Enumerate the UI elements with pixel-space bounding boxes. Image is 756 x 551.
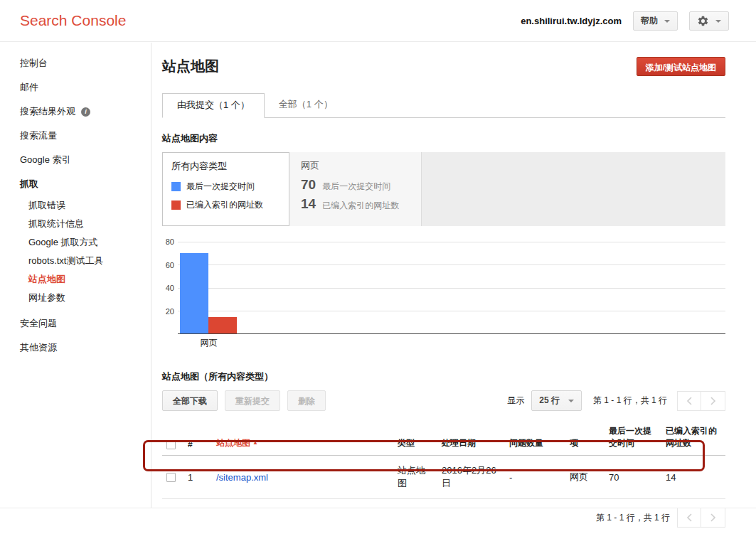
prev-page-button[interactable]	[677, 508, 701, 528]
stats-category: 网页	[301, 159, 410, 172]
gridline	[178, 311, 725, 311]
show-label: 显示	[507, 395, 524, 407]
sidebar-item-crawl[interactable]: 抓取	[0, 172, 151, 196]
search-console-page: Search Console en.shilirui.tw.ldyjz.com …	[0, 0, 756, 551]
search-console-logo[interactable]: Search Console	[20, 12, 126, 29]
tabs: 由我提交（1 个） 全部（1 个）	[162, 93, 725, 118]
delete-button[interactable]: 删除	[287, 390, 326, 411]
chevron-left-icon	[686, 397, 692, 405]
stat-row-submitted: 70 最后一次提交时间	[301, 177, 410, 193]
legend-title: 所有内容类型	[171, 160, 280, 173]
y-tick: 40	[166, 284, 174, 292]
sidebar-item-fetch-as-google[interactable]: Google 抓取方式	[0, 233, 151, 252]
tab-all[interactable]: 全部（1 个）	[265, 93, 347, 117]
gear-icon	[697, 15, 709, 27]
row-indexed: 14	[661, 456, 725, 499]
chevron-right-icon	[710, 397, 716, 405]
property-domain: en.shilirui.tw.ldyjz.com	[521, 16, 622, 26]
sitemap-bar-chart: 80 60 40 20 网页	[162, 242, 725, 349]
y-axis: 80 60 40 20	[162, 242, 178, 334]
info-icon[interactable]: i	[81, 107, 90, 117]
sidebar-item-robots-tester[interactable]: robots.txt测试工具	[0, 252, 151, 270]
blue-swatch-icon	[171, 182, 181, 191]
page-size-value: 25 行	[539, 395, 560, 407]
page-title: 站点地图	[162, 57, 219, 76]
row-processed-date: 2016年2月26日	[437, 456, 505, 499]
sidebar-item-dashboard[interactable]: 控制台	[0, 51, 151, 75]
x-axis-category-label: 网页	[180, 337, 238, 349]
sidebar-item-google-index[interactable]: Google 索引	[0, 148, 151, 172]
column-header-indexed: 已编入索引的网址数	[666, 426, 717, 448]
next-page-button[interactable]	[701, 391, 725, 411]
stat-value: 70	[301, 177, 316, 193]
row-type: 站点地图	[393, 456, 437, 499]
column-header-last-submitted: 最后一次提交时间	[609, 426, 651, 448]
tab-submitted-by-me[interactable]: 由我提交（1 个）	[162, 93, 265, 118]
sidebar-item-search-traffic[interactable]: 搜索流量	[0, 124, 151, 148]
chevron-down-icon	[664, 20, 670, 23]
column-header-type: 类型	[398, 438, 415, 448]
chart-plot-area	[178, 242, 725, 334]
legend-item-submitted: 最后一次提交时间	[171, 181, 280, 193]
table-header-row: # 站点地图▲ 类型 处理日期 问题数量 项 最后一次提交时间 已编入索引的网址…	[162, 421, 725, 456]
gridline	[178, 288, 725, 289]
row-issues: -	[505, 456, 565, 499]
stats-box: 网页 70 最后一次提交时间 14 已编入索引的网址数	[289, 152, 725, 226]
footer-divider	[0, 508, 756, 508]
sidebar-item-messages[interactable]: 邮件	[0, 75, 151, 100]
table-row[interactable]: 1 /sitemap.xml 站点地图 2016年2月26日 - 网页 70 1…	[162, 456, 725, 499]
column-header-number: #	[188, 439, 193, 449]
sidebar-item-sitemaps[interactable]: 站点地图	[0, 270, 151, 289]
y-tick: 20	[166, 307, 174, 316]
pagination	[677, 391, 725, 411]
resubmit-button[interactable]: 重新提交	[225, 390, 280, 411]
stat-label: 最后一次提交时间	[322, 181, 390, 193]
settings-button[interactable]	[689, 11, 729, 31]
column-header-sitemap[interactable]: 站点地图▲	[212, 421, 393, 456]
sidebar-item-security-issues[interactable]: 安全问题	[0, 311, 151, 336]
sort-ascending-icon: ▲	[252, 439, 258, 446]
select-all-checkbox[interactable]	[166, 440, 176, 449]
download-all-button[interactable]: 全部下载	[162, 390, 218, 411]
sitemap-link[interactable]: /sitemap.xml	[216, 472, 268, 483]
legend-item-indexed: 已编入索引的网址数	[171, 199, 280, 211]
column-header-issues: 问题数量	[509, 438, 543, 448]
page-size-select[interactable]: 25 行	[531, 390, 582, 411]
sidebar-item-label: 搜索结果外观	[20, 106, 75, 117]
legend-item-label: 已编入索引的网址数	[186, 199, 263, 211]
add-test-sitemap-button[interactable]: 添加/测试站点地图	[637, 57, 725, 76]
chart-bar-0	[180, 253, 208, 333]
row-last-submitted: 70	[605, 456, 661, 499]
bar-group	[180, 242, 237, 333]
header-right: en.shilirui.tw.ldyjz.com 帮助	[521, 11, 729, 31]
row-checkbox[interactable]	[166, 473, 176, 482]
row-item-type: 网页	[565, 456, 605, 499]
toolbar-right: 显示 25 行 第 1 - 1 行，共 1 行	[507, 390, 725, 411]
sidebar-item-crawl-stats[interactable]: 抓取统计信息	[0, 215, 151, 233]
table-toolbar: 全部下载 重新提交 删除 显示 25 行 第 1 - 1 行，共 1 行	[162, 390, 725, 411]
row-number: 1	[183, 456, 212, 499]
row-range-text: 第 1 - 1 行，共 1 行	[593, 395, 667, 407]
bottom-pagination-row: 第 1 - 1 行，共 1 行	[162, 508, 725, 528]
stat-value: 14	[301, 196, 316, 212]
red-swatch-icon	[171, 200, 181, 210]
legend-stats-panel: 所有内容类型 最后一次提交时间 已编入索引的网址数 网页 70 最后一次提交时间	[162, 152, 725, 226]
column-header-items: 项	[570, 438, 578, 448]
sitemaps-table: # 站点地图▲ 类型 处理日期 问题数量 项 最后一次提交时间 已编入索引的网址…	[162, 421, 725, 499]
chevron-down-icon	[715, 20, 721, 23]
sidebar-item-url-parameters[interactable]: 网址参数	[0, 289, 151, 307]
sidebar-item-other-resources[interactable]: 其他资源	[0, 336, 151, 360]
prev-page-button[interactable]	[677, 391, 701, 411]
next-page-button[interactable]	[701, 508, 725, 528]
page-head: 站点地图 添加/测试站点地图	[162, 57, 725, 76]
webpage-stats-pane: 网页 70 最后一次提交时间 14 已编入索引的网址数	[289, 152, 422, 226]
stat-row-indexed: 14 已编入索引的网址数	[301, 196, 410, 212]
help-button[interactable]: 帮助	[633, 11, 678, 31]
sidebar-item-crawl-errors[interactable]: 抓取错误	[0, 196, 151, 215]
sidebar-item-search-appearance[interactable]: 搜索结果外观i	[0, 100, 151, 124]
row-range-text: 第 1 - 1 行，共 1 行	[596, 512, 670, 524]
column-header-processed-date: 处理日期	[442, 438, 476, 448]
table-heading: 站点地图（所有内容类型）	[162, 370, 725, 383]
gridline	[178, 242, 725, 242]
chart-legend: 所有内容类型 最后一次提交时间 已编入索引的网址数	[162, 152, 289, 226]
